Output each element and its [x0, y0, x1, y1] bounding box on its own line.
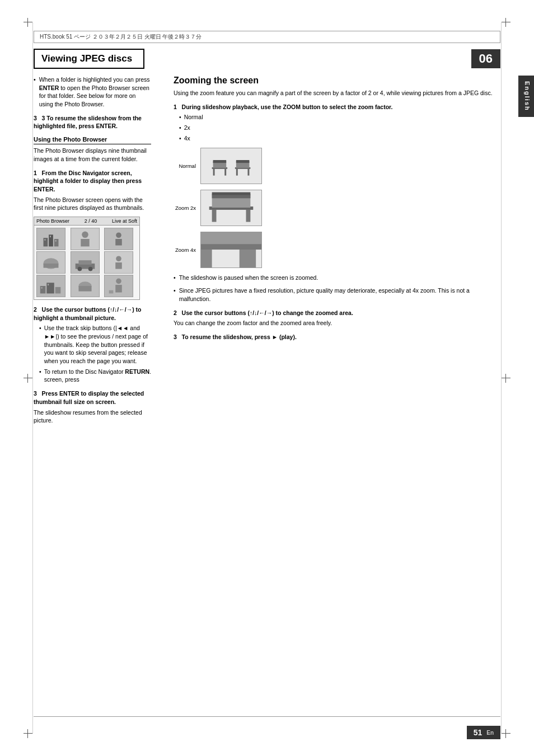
step3b-press-enter: 3 Press ENTER to display the selected th… — [34, 389, 151, 406]
zoom-option-normal: Normal — [179, 113, 500, 121]
svg-rect-42 — [224, 169, 226, 176]
svg-rect-4 — [44, 239, 45, 241]
thumb-6 — [104, 251, 133, 274]
step2-sub-bullets: Use the track skip buttons (|◄◄ and ►►|)… — [39, 324, 151, 384]
page-header: Viewing JPEG discs 06 — [34, 48, 500, 70]
svg-rect-36 — [109, 290, 114, 294]
left-border — [32, 22, 33, 734]
thumb-9 — [104, 275, 133, 297]
svg-rect-3 — [54, 239, 59, 246]
zoom-image-4x — [200, 232, 262, 268]
mid-right-cross — [502, 374, 510, 383]
svg-rect-35 — [116, 285, 123, 292]
zoom-step3-heading: 3 To resume the slideshow, press ► (play… — [174, 333, 500, 341]
zoom-label-2x: Zoom 2x — [174, 205, 200, 211]
svg-rect-46 — [236, 162, 250, 163]
corner-tr — [502, 18, 510, 27]
svg-rect-27 — [55, 287, 61, 294]
page-number: 51 — [474, 728, 483, 737]
bullet-quality: Since JPEG pictures have a fixed resolut… — [174, 287, 500, 303]
zoom-row-2x: Zoom 2x — [174, 190, 500, 226]
svg-point-8 — [82, 231, 88, 238]
corner-bl — [24, 729, 32, 738]
svg-rect-53 — [212, 195, 251, 199]
svg-rect-37 — [201, 148, 261, 184]
zoom-step2-body: You can change the zoom factor and the z… — [174, 319, 500, 327]
thumb-7 — [36, 275, 65, 297]
pb-label: Live at Soft — [112, 218, 137, 224]
step2-sub1: Use the track skip buttons (|◄◄ and ►►|)… — [39, 324, 151, 365]
photo-browser-thumbnail: Photo Browser 2 / 40 Live at Soft — [34, 217, 140, 300]
zoom-label-normal: Normal — [174, 163, 200, 169]
zoom-step1-heading: 1 During slideshow playback, use the ZOO… — [174, 103, 500, 111]
page-lang: En — [486, 730, 494, 736]
book-reference-text: HTS.book 51 ページ ２０３年２月２５日 火曜日 午後２時３７分 — [40, 33, 202, 41]
svg-rect-6 — [55, 240, 57, 242]
using-photo-browser-heading: Using the Photo Browser — [34, 136, 151, 144]
svg-point-20 — [88, 267, 92, 271]
svg-rect-15 — [44, 264, 59, 268]
svg-rect-61 — [201, 232, 261, 245]
chapter-title-box: Viewing JPEG discs — [34, 49, 144, 69]
using-photo-browser-body: The Photo Browser displays nine thumbnai… — [34, 147, 151, 163]
main-content: When a folder is highlighted you can pre… — [34, 76, 500, 711]
chapter-number-box: 06 — [471, 49, 500, 68]
svg-rect-48 — [247, 169, 249, 176]
svg-point-34 — [116, 278, 122, 284]
pb-title: Photo Browser — [36, 218, 69, 224]
bullet-folder-enter: When a folder is highlighted you can pre… — [34, 76, 151, 109]
chapter-title: Viewing JPEG discs — [41, 53, 132, 64]
zoom-section-title: Zooming the screen — [174, 76, 500, 86]
zoom-image-2x — [200, 190, 262, 226]
english-tab: English — [518, 76, 534, 117]
page-number-box: 51 En — [467, 726, 500, 739]
step3-resume-heading: 3 3 To resume the slideshow from the hig… — [34, 114, 151, 130]
pb-count: 2 / 40 — [85, 218, 97, 224]
svg-rect-41 — [213, 169, 215, 176]
photo-browser-header: Photo Browser 2 / 40 Live at Soft — [34, 217, 139, 226]
photo-browser-grid — [34, 226, 139, 299]
svg-rect-43 — [213, 161, 227, 162]
zoom-label-4x: Zoom 4x — [174, 247, 200, 253]
svg-rect-18 — [78, 260, 91, 265]
thumb-1 — [36, 228, 65, 250]
zoom-option-4x: 4x — [179, 134, 500, 143]
svg-rect-28 — [41, 287, 43, 289]
step3b-body: The slideshow resumes from the selected … — [34, 408, 151, 425]
right-column: Zooming the screen Using the zoom featur… — [168, 76, 500, 711]
svg-rect-12 — [116, 239, 123, 246]
step1-disc-navigator: 1 From the Disc Navigator screen, highli… — [34, 169, 151, 194]
zoom-image-normal — [200, 148, 262, 184]
chapter-number: 06 — [479, 51, 493, 66]
zoom-images: Normal — [174, 148, 500, 268]
svg-rect-54 — [212, 210, 217, 222]
svg-rect-25 — [40, 286, 46, 293]
zoom-row-4x: Zoom 4x — [174, 232, 500, 268]
svg-point-19 — [77, 267, 82, 271]
thumb-3 — [104, 228, 133, 250]
step2-cursor-buttons: 2 Use the cursor buttons (↑/↓/←/→) to hi… — [34, 306, 151, 322]
zoom-row-normal: Normal — [174, 148, 500, 184]
thumb-2 — [71, 228, 100, 250]
zoom-intro: Using the zoom feature you can magnify a… — [174, 89, 500, 97]
book-reference-bar: HTS.book 51 ページ ２０３年２月２５日 火曜日 午後２時３７分 — [34, 31, 500, 43]
svg-rect-23 — [116, 262, 123, 269]
svg-rect-47 — [236, 169, 238, 176]
svg-rect-55 — [246, 210, 251, 222]
thumb-8 — [71, 275, 100, 297]
step2-sub2: To return to the Disc Navigator screen, … — [39, 368, 151, 384]
zoom-step2-heading: 2 Use the cursor buttons (↑/↓/←/→) to ch… — [174, 309, 500, 317]
zoom-option-2x: 2x — [179, 124, 500, 132]
mid-left-cross — [24, 374, 32, 383]
bullet-paused: The slideshow is paused when the screen … — [174, 274, 500, 282]
svg-point-11 — [116, 232, 122, 238]
step1-disc-navigator-body: The Photo Browser screen opens with the … — [34, 196, 151, 212]
svg-rect-29 — [48, 284, 49, 285]
svg-rect-32 — [78, 286, 91, 292]
svg-rect-59 — [201, 250, 212, 267]
corner-br — [502, 729, 510, 738]
svg-rect-49 — [236, 161, 250, 162]
bottom-divider — [34, 716, 500, 717]
svg-rect-56 — [212, 192, 251, 195]
thumb-4 — [36, 251, 65, 274]
